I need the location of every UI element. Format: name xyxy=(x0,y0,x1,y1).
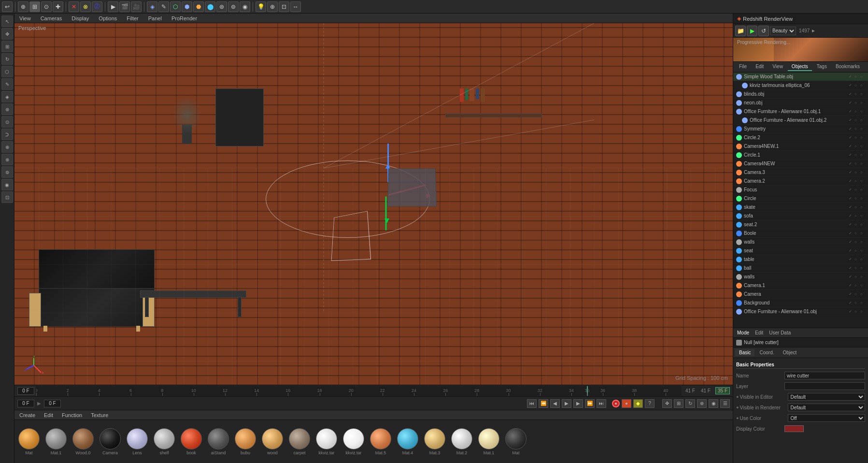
obj-action-26-1[interactable]: ○ xyxy=(854,301,859,305)
obj-item-4[interactable]: Office Furniture - Alienware 01.obj.1✓○○ xyxy=(733,107,868,116)
basic-tab[interactable]: Basic xyxy=(735,349,754,356)
nav-10[interactable]: ◉ xyxy=(1,179,13,190)
name-value[interactable]: wire cutter xyxy=(784,372,865,379)
mat-item-17[interactable]: Mat.1 xyxy=(478,428,499,455)
obj-action-1-0[interactable]: ✓ xyxy=(849,83,854,88)
obj-action-5-2[interactable]: ○ xyxy=(860,118,865,123)
obj-action-20-1[interactable]: ○ xyxy=(854,248,859,253)
current-frame-input[interactable] xyxy=(17,400,34,407)
mat-item-5[interactable]: shelf xyxy=(154,428,175,455)
obj-action-17-1[interactable]: ○ xyxy=(854,222,859,227)
mat-item-18[interactable]: Mat xyxy=(505,428,526,455)
obj-action-0-2[interactable]: ○ xyxy=(860,74,865,79)
obj-action-19-0[interactable]: ✓ xyxy=(849,240,854,245)
obj-action-25-0[interactable]: ✓ xyxy=(849,292,854,297)
visible-renderer-select[interactable]: Default xyxy=(788,404,865,411)
obj-action-10-2[interactable]: ○ xyxy=(860,161,865,166)
create-menu[interactable]: Create xyxy=(17,412,37,418)
nav-4[interactable]: ⊛ xyxy=(1,103,13,115)
obj-item-6[interactable]: Symmetry✓○○ xyxy=(733,125,868,133)
scene-btn[interactable]: ⊕ xyxy=(267,1,278,12)
obj-item-5[interactable]: Office Furniture - Alienware 01.obj.2✓○○ xyxy=(733,116,868,125)
snap-btn[interactable]: ◉ xyxy=(709,399,718,408)
obj-action-8-0[interactable]: ✓ xyxy=(849,144,854,149)
obj-item-20[interactable]: seat✓○○ xyxy=(733,246,868,255)
obj-action-1-1[interactable]: ○ xyxy=(854,83,859,88)
obj-action-12-1[interactable]: ○ xyxy=(854,179,859,184)
nav-rotate[interactable]: ↻ xyxy=(1,53,13,65)
mat-item-8[interactable]: bubu xyxy=(235,428,256,455)
obj-action-7-2[interactable]: ○ xyxy=(860,135,865,140)
record-btn[interactable]: ● xyxy=(612,400,620,407)
obj-item-9[interactable]: Circle.1✓○○ xyxy=(733,151,868,159)
nav-9[interactable]: ⊚ xyxy=(1,166,13,178)
obj-action-9-1[interactable]: ○ xyxy=(854,153,859,158)
obj-item-12[interactable]: Camera.2✓○○ xyxy=(733,177,868,186)
obj-action-4-0[interactable]: ✓ xyxy=(849,109,854,114)
obj-action-27-0[interactable]: ✓ xyxy=(849,309,854,314)
nav-5[interactable]: ⊙ xyxy=(1,116,13,128)
obj-item-13[interactable]: Focus✓○○ xyxy=(733,186,868,194)
obj-item-2[interactable]: blinds.obj✓○○ xyxy=(733,90,868,99)
tab-bookmarks[interactable]: Bookmarks xyxy=(832,63,864,71)
obj-action-13-1[interactable]: ○ xyxy=(854,188,859,192)
filter-menu[interactable]: Filter xyxy=(125,15,140,21)
nav-select[interactable]: ↖ xyxy=(1,15,13,27)
nav-2[interactable]: ✎ xyxy=(1,78,13,90)
beauty-select[interactable]: Beauty xyxy=(770,27,796,35)
obj-action-5-1[interactable]: ○ xyxy=(854,118,859,123)
obj-action-13-0[interactable]: ✓ xyxy=(849,188,854,192)
rs-refresh-btn[interactable]: ↺ xyxy=(758,26,769,36)
obj-action-14-0[interactable]: ✓ xyxy=(849,196,854,201)
nav-8[interactable]: ⊗ xyxy=(1,154,13,165)
nav-move[interactable]: ✥ xyxy=(1,28,13,40)
obj-action-5-0[interactable]: ✓ xyxy=(849,118,854,123)
mograph-btn[interactable]: ⬣ xyxy=(193,1,204,12)
coord-btn[interactable]: ⊕ xyxy=(697,399,707,408)
obj-item-16[interactable]: sofa✓○○ xyxy=(733,212,868,220)
use-color-select[interactable]: Off xyxy=(788,414,865,422)
obj-action-15-2[interactable]: ○ xyxy=(860,205,865,210)
edit-menu[interactable]: Edit xyxy=(42,412,55,418)
obj-item-3[interactable]: neon.obj✓○○ xyxy=(733,99,868,107)
obj-action-0-1[interactable]: ○ xyxy=(854,74,859,79)
mat-item-0[interactable]: Mat xyxy=(18,428,40,455)
obj-item-10[interactable]: Camera4NEW✓○○ xyxy=(733,159,868,168)
scale-gizmo-btn[interactable]: ⊞ xyxy=(674,399,683,408)
obj-action-9-0[interactable]: ✓ xyxy=(849,153,854,158)
obj-action-17-2[interactable]: ○ xyxy=(860,222,865,227)
nav-7[interactable]: ⊕ xyxy=(1,141,13,153)
obj-action-24-1[interactable]: ○ xyxy=(854,283,859,288)
layer-value[interactable] xyxy=(784,382,865,390)
jump-start-btn[interactable]: ⏮ xyxy=(527,399,537,408)
box-btn[interactable]: ◈ xyxy=(147,1,157,12)
obj-item-11[interactable]: Camera.3✓○○ xyxy=(733,168,868,177)
obj-action-10-0[interactable]: ✓ xyxy=(849,161,854,166)
move-btn[interactable]: ⊞ xyxy=(29,1,40,12)
obj-action-13-2[interactable]: ○ xyxy=(860,188,865,192)
nav-11[interactable]: ⊡ xyxy=(1,191,13,203)
nav-1[interactable]: ⬡ xyxy=(1,66,13,77)
rot-gizmo-btn[interactable]: ↻ xyxy=(685,399,695,408)
nav-3[interactable]: ◈ xyxy=(1,91,13,102)
move-gizmo-btn[interactable]: ✥ xyxy=(662,399,672,408)
mat-item-12[interactable]: kkviz.tar xyxy=(343,428,364,455)
timeline-ruler[interactable]: 024681012141618202224262830323435363840 xyxy=(36,386,682,396)
mat-item-15[interactable]: Mat.3 xyxy=(424,428,445,455)
next-frame-btn[interactable]: ⏩ xyxy=(585,399,595,408)
obj-item-27[interactable]: Office Furniture - Alienware 01.obj✓○○ xyxy=(733,307,868,316)
display-menu[interactable]: Display xyxy=(70,15,91,21)
obj-action-1-2[interactable]: ○ xyxy=(860,83,865,88)
obj-action-25-2[interactable]: ○ xyxy=(860,292,865,297)
obj-action-12-2[interactable]: ○ xyxy=(860,179,865,184)
obj-action-17-0[interactable]: ✓ xyxy=(849,222,854,227)
mode-tab[interactable]: Mode xyxy=(735,330,751,335)
obj-action-11-1[interactable]: ○ xyxy=(854,170,859,175)
obj-action-22-2[interactable]: ○ xyxy=(860,266,865,271)
obj-item-24[interactable]: Camera.1✓○○ xyxy=(733,281,868,290)
z-btn[interactable]: Ⓩ xyxy=(92,1,102,12)
obj-action-22-0[interactable]: ✓ xyxy=(849,266,854,271)
y-btn[interactable]: ⊗ xyxy=(80,1,91,12)
current-frame-input2[interactable] xyxy=(44,400,61,407)
sketch-btn[interactable]: ◉ xyxy=(240,1,250,12)
